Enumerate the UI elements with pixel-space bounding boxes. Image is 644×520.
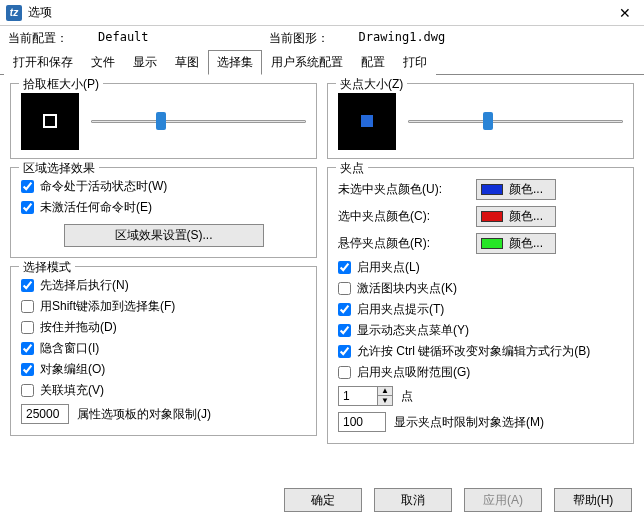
- current-drawing-value: Drawing1.dwg: [329, 30, 446, 47]
- gripsize-slider[interactable]: [408, 111, 623, 131]
- grip-snap-unit: 点: [401, 388, 413, 405]
- grip-selected-label: 选中夹点颜色(C):: [338, 208, 468, 225]
- gripsize-title: 夹点大小(Z): [336, 76, 407, 93]
- region-title: 区域选择效果: [19, 160, 99, 177]
- grip-option-label: 允许按 Ctrl 键循环改变对象编辑方式行为(B): [357, 343, 590, 360]
- app-icon: tz: [6, 5, 22, 21]
- select-mode-item[interactable]: 先选择后执行(N): [21, 275, 306, 296]
- tab-草图[interactable]: 草图: [166, 50, 208, 75]
- grip-option[interactable]: 启用夹点(L): [338, 257, 623, 278]
- cancel-button[interactable]: 取消: [374, 488, 452, 512]
- select-mode-item-label: 用Shift键添加到选择集(F): [40, 298, 175, 315]
- grip-option-label: 启用夹点吸附范围(G): [357, 364, 470, 381]
- tab-文件[interactable]: 文件: [82, 50, 124, 75]
- apply-button[interactable]: 应用(A): [464, 488, 542, 512]
- grip-snap-spinner[interactable]: ▲ ▼: [338, 386, 393, 406]
- grips-title: 夹点: [336, 160, 368, 177]
- select-mode-item-label: 按住并拖动(D): [40, 319, 117, 336]
- grip-limit-label: 显示夹点时限制对象选择(M): [394, 414, 544, 431]
- select-mode-item[interactable]: 对象编组(O): [21, 359, 306, 380]
- spinner-up-icon[interactable]: ▲: [378, 387, 392, 396]
- select-mode-item-label: 隐含窗口(I): [40, 340, 99, 357]
- grip-selected-color-button[interactable]: 颜色...: [476, 206, 556, 227]
- region-no-cmd-label: 未激活任何命令时(E): [40, 199, 152, 216]
- object-limit-input[interactable]: [21, 404, 69, 424]
- color-swatch-icon: [481, 238, 503, 249]
- object-limit-label: 属性选项板的对象限制(J): [77, 406, 211, 423]
- grip-option[interactable]: 启用夹点吸附范围(G): [338, 362, 623, 383]
- tab-配置[interactable]: 配置: [352, 50, 394, 75]
- pickbox-title: 拾取框大小(P): [19, 76, 103, 93]
- tab-用户系统配置[interactable]: 用户系统配置: [262, 50, 352, 75]
- grip-unselected-label: 未选中夹点颜色(U):: [338, 181, 468, 198]
- current-config-value: Default: [68, 30, 149, 47]
- region-active-cmd-label: 命令处于活动状态时(W): [40, 178, 167, 195]
- pickbox-square-icon: [43, 114, 57, 128]
- gripsize-preview: [338, 92, 396, 150]
- grip-unselected-color-button[interactable]: 颜色...: [476, 179, 556, 200]
- pickbox-slider[interactable]: [91, 111, 306, 131]
- grip-option-label: 启用夹点提示(T): [357, 301, 444, 318]
- current-drawing-label: 当前图形：: [269, 30, 329, 47]
- color-swatch-icon: [481, 184, 503, 195]
- tab-打印[interactable]: 打印: [394, 50, 436, 75]
- grip-option[interactable]: 激活图块内夹点(K): [338, 278, 623, 299]
- region-settings-button[interactable]: 区域效果设置(S)...: [64, 224, 264, 247]
- grip-option[interactable]: 显示动态夹点菜单(Y): [338, 320, 623, 341]
- grip-square-icon: [361, 115, 373, 127]
- select-mode-item[interactable]: 关联填充(V): [21, 380, 306, 401]
- spinner-down-icon[interactable]: ▼: [378, 396, 392, 405]
- tab-显示[interactable]: 显示: [124, 50, 166, 75]
- select-mode-item-label: 关联填充(V): [40, 382, 104, 399]
- grip-option[interactable]: 允许按 Ctrl 键循环改变对象编辑方式行为(B): [338, 341, 623, 362]
- tab-打开和保存[interactable]: 打开和保存: [4, 50, 82, 75]
- color-swatch-icon: [481, 211, 503, 222]
- grip-option-label: 激活图块内夹点(K): [357, 280, 457, 297]
- current-config-label: 当前配置：: [8, 30, 68, 47]
- window-title: 选项: [28, 4, 610, 21]
- select-mode-item-label: 对象编组(O): [40, 361, 105, 378]
- region-active-cmd-checkbox[interactable]: 命令处于活动状态时(W): [21, 176, 306, 197]
- grip-option-label: 启用夹点(L): [357, 259, 420, 276]
- select-mode-item-label: 先选择后执行(N): [40, 277, 129, 294]
- select-mode-item[interactable]: 按住并拖动(D): [21, 317, 306, 338]
- help-button[interactable]: 帮助(H): [554, 488, 632, 512]
- grip-option-label: 显示动态夹点菜单(Y): [357, 322, 469, 339]
- grip-hover-color-button[interactable]: 颜色...: [476, 233, 556, 254]
- tab-选择集[interactable]: 选择集: [208, 50, 262, 75]
- pickbox-preview: [21, 92, 79, 150]
- select-mode-item[interactable]: 用Shift键添加到选择集(F): [21, 296, 306, 317]
- region-no-cmd-checkbox[interactable]: 未激活任何命令时(E): [21, 197, 306, 218]
- select-mode-item[interactable]: 隐含窗口(I): [21, 338, 306, 359]
- close-icon[interactable]: ✕: [610, 2, 640, 24]
- grip-hover-label: 悬停夹点颜色(R):: [338, 235, 468, 252]
- grip-option[interactable]: 启用夹点提示(T): [338, 299, 623, 320]
- select-mode-title: 选择模式: [19, 259, 75, 276]
- grip-limit-input[interactable]: [338, 412, 386, 432]
- ok-button[interactable]: 确定: [284, 488, 362, 512]
